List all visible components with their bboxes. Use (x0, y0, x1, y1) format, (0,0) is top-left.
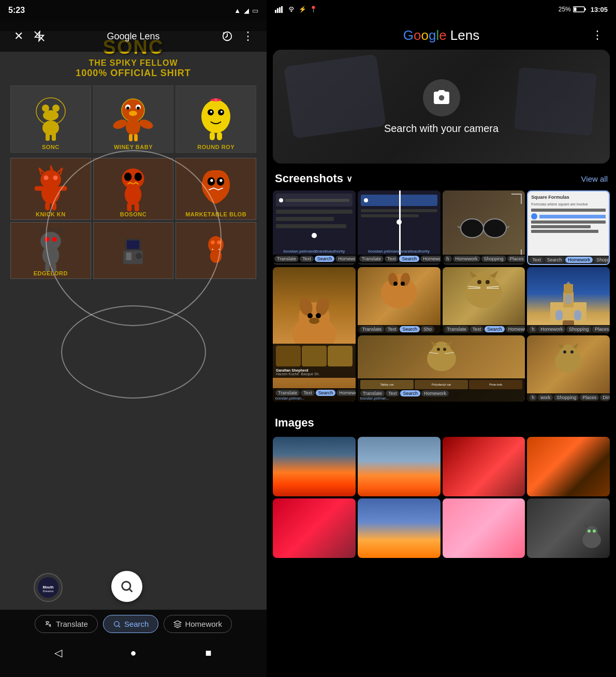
ss2-url: boostan.petmandbrandisauthority (358, 249, 441, 254)
char-sonc-label: SONC (42, 144, 60, 150)
translate-tab-label: Translate (56, 620, 88, 628)
screenshots-grid: boostan.petmandbrandisauthority Translat… (267, 190, 616, 265)
svg-point-30 (43, 175, 48, 180)
svg-point-68 (114, 621, 119, 626)
history-button[interactable] (217, 26, 238, 47)
image-flowers2[interactable] (273, 498, 356, 558)
right-more-button[interactable]: ⋮ (587, 25, 608, 46)
animal-dog-tall[interactable]: Garafian Shepherd Harzen Kuche Basque Sh… (273, 267, 356, 402)
google-o1: o (414, 27, 421, 43)
shirt-grid-1: SONC WINEY BABY (0, 81, 267, 157)
image-sky2[interactable] (358, 498, 441, 558)
animal-cat-small[interactable]: h work Shopping Places Dining (527, 335, 610, 402)
image-sunset[interactable] (273, 437, 356, 496)
svg-rect-109 (564, 284, 573, 293)
more-button[interactable]: ⋮ (238, 26, 258, 47)
right-panel: ⚡ 📍 25% 13:05 Google Lens ⋮ (267, 0, 616, 677)
svg-rect-28 (217, 132, 222, 140)
char-blob: MARKETABLE BLOB (175, 158, 256, 220)
shirt-subtitle: THE SPIKY FELLOW (0, 58, 267, 68)
animal-church[interactable]: h Homework Shopping Places Dining (527, 267, 610, 333)
char-edge: EDGELORD (10, 222, 91, 279)
shirt-area: SONC THE SPIKY FELLOW 1000% OFFICIAL SHI… (0, 31, 267, 620)
char-sonc: SONC (10, 85, 91, 153)
home-nav[interactable]: ● (122, 641, 145, 664)
svg-line-69 (119, 626, 120, 627)
google-e: e (439, 27, 446, 43)
left-panel: 5:23 ▲ ◢ ▭ ✕ Google Lens ⋮ SONC THE SPI (0, 0, 267, 677)
screenshot-item-1[interactable]: boostan.petmandbrandisauthority Translat… (273, 190, 356, 265)
image-cat-dark[interactable] (527, 498, 610, 558)
right-status-signal: ⚡ 📍 (275, 6, 317, 13)
camera-blur-shape (284, 54, 386, 139)
svg-point-15 (129, 111, 137, 116)
svg-point-17 (138, 118, 154, 131)
images-section-header: Images (267, 408, 616, 435)
svg-text:Mouth: Mouth (43, 585, 54, 589)
back-nav[interactable]: ◁ (47, 641, 70, 664)
dog-result-1: Garafian Shepherd (276, 369, 309, 372)
svg-point-49 (52, 237, 57, 242)
image-sky[interactable] (358, 437, 441, 496)
animal-dog2[interactable]: Translate Text Search Sho (358, 267, 441, 333)
screenshots-chevron[interactable]: ∨ (346, 174, 353, 184)
google-g: G (403, 27, 414, 43)
ss2-tags: Translate Text Search Homework (358, 255, 441, 263)
svg-point-122 (563, 350, 566, 354)
image-basket[interactable] (527, 437, 610, 496)
search-tab-label: Search (124, 620, 149, 628)
svg-point-21 (201, 100, 230, 133)
search-tab[interactable]: Search (103, 615, 159, 633)
shirt-line: 1000% OFFICIAL SHIRT (0, 68, 267, 79)
lens-word: Lens (450, 27, 479, 43)
svg-point-79 (461, 219, 483, 238)
svg-point-7 (42, 121, 59, 135)
camera-area[interactable]: Search with your camera (273, 50, 610, 164)
close-button[interactable]: ✕ (8, 26, 29, 47)
right-header: Google Lens ⋮ (267, 19, 616, 50)
svg-rect-110 (555, 310, 563, 320)
animal-cat[interactable]: Translate Text Search Homework (443, 267, 525, 333)
char-knick-label: KNICK KN (36, 211, 66, 217)
camera-icon-circle[interactable] (423, 79, 460, 116)
right-time: 13:05 (591, 6, 608, 13)
svg-point-26 (214, 98, 217, 101)
homework-tab[interactable]: Homework (164, 615, 232, 633)
svg-point-13 (126, 107, 129, 110)
screenshot-item-2[interactable]: boostan.petmandbrandisauthority Translat… (358, 190, 441, 265)
svg-text:Dreams: Dreams (42, 590, 53, 593)
screenshot-item-3[interactable]: h Homework Shopping Places Dining (443, 190, 525, 265)
search-fab[interactable] (111, 571, 142, 602)
svg-point-46 (219, 179, 222, 182)
char-bosonc: BOSONC (93, 158, 174, 220)
char-winey-label: WINEY BABY (114, 144, 153, 150)
svg-line-83 (506, 226, 509, 228)
translate-tab[interactable]: Translate (35, 615, 98, 633)
ss3-tags: h Homework Shopping Places Dining (443, 255, 525, 263)
svg-point-31 (53, 175, 57, 180)
screenshot-item-4[interactable]: Square Formulas Formulas where square ar… (527, 190, 610, 265)
google-g2: g (429, 27, 436, 43)
svg-rect-42 (135, 203, 139, 211)
right-statusbar: ⚡ 📍 25% 13:05 (267, 0, 616, 19)
screenshots-title: Screenshots ∨ (275, 172, 353, 185)
svg-rect-56 (126, 253, 132, 260)
char-empty1 (93, 222, 174, 279)
nav-bar: ◁ ● ■ (0, 641, 267, 664)
image-roses[interactable] (443, 437, 525, 496)
image-pink-flowers[interactable] (443, 498, 525, 558)
svg-point-10 (122, 99, 144, 122)
svg-rect-54 (127, 241, 139, 249)
google-lens-title: Google Lens (296, 27, 587, 43)
view-all-button[interactable]: View all (581, 174, 608, 183)
avatar-circle[interactable]: Mouth Dreams (34, 573, 63, 602)
animal-cat-result[interactable]: Tabby cat Polydactyl cat Pixie-bob Trans… (358, 335, 525, 402)
recents-nav[interactable]: ■ (197, 641, 220, 664)
svg-point-123 (570, 350, 574, 354)
ss1-url: boostan.petmandbrandisauthority (273, 249, 356, 254)
flash-button[interactable] (29, 26, 50, 47)
svg-rect-112 (565, 294, 572, 304)
svg-point-125 (585, 526, 598, 538)
svg-point-117 (443, 348, 446, 351)
char-winey: WINEY BABY (93, 85, 174, 153)
